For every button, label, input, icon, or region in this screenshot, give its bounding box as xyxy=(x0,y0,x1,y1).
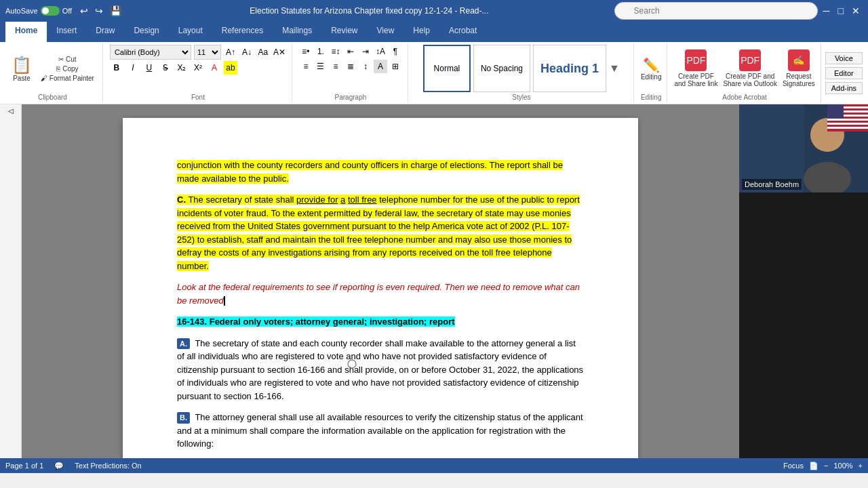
editor-tab-button[interactable]: Editor xyxy=(825,67,863,79)
font-name-select[interactable]: Calibri (Body) xyxy=(110,45,191,60)
voice-tab-button[interactable]: Voice xyxy=(825,52,863,64)
tab-mailings[interactable]: Mailings xyxy=(273,22,321,42)
tab-references[interactable]: References xyxy=(212,22,273,42)
strikethrough-button[interactable]: S̶ xyxy=(159,61,172,75)
tab-view[interactable]: View xyxy=(368,22,404,42)
editing-button[interactable]: ✏️ Editing xyxy=(641,57,662,81)
sidebar-toggle[interactable]: ◁ xyxy=(7,107,14,115)
clipboard-content: 📋 Paste ✂ Cut ⎘ Copy 🖌 Format Painter xyxy=(8,45,97,92)
right-panel-tabs: Voice Editor Add-ins xyxy=(823,43,865,102)
style-nospacing[interactable]: No Spacing xyxy=(473,45,530,92)
status-right: Focus 📄 − 100% + xyxy=(783,462,863,470)
tab-design[interactable]: Design xyxy=(124,22,168,42)
underline-button[interactable]: U xyxy=(142,61,156,75)
section-title-text: 16-143. Federal only voters; attorney ge… xyxy=(177,317,455,327)
right-sidebar: Deborah Boehm xyxy=(739,104,868,458)
styles-dropdown-arrow[interactable]: ▼ xyxy=(609,62,620,75)
para-c-text: C. The secretary of state shall provide … xyxy=(177,195,580,271)
font-color-button[interactable]: A xyxy=(208,61,221,75)
para-c: C. The secretary of state shall provide … xyxy=(177,193,584,272)
video-name: Deborah Boehm xyxy=(742,179,802,190)
text-predictions: Text Predictions: On xyxy=(75,462,141,470)
bold-button[interactable]: B xyxy=(110,61,123,75)
para-1-text: conjunction with the county recorders an… xyxy=(177,160,563,184)
increase-indent-button[interactable]: ⇥ xyxy=(359,45,372,58)
cut-button[interactable]: ✂ Cut xyxy=(38,55,97,64)
tab-home[interactable]: Home xyxy=(5,22,47,42)
autosave-toggle[interactable] xyxy=(41,6,60,16)
style-heading1[interactable]: Heading 1 xyxy=(533,45,606,92)
minimize-button[interactable]: ─ xyxy=(821,4,833,18)
para-section-title: 16-143. Federal only voters; attorney ge… xyxy=(177,315,584,329)
styles-group: Normal No Spacing Heading 1 ▼ Styles xyxy=(410,43,634,102)
styles-content: Normal No Spacing Heading 1 ▼ xyxy=(423,45,620,92)
maximize-button[interactable]: □ xyxy=(835,4,846,18)
para-red-text: Look at the federal requirements to see … xyxy=(177,282,580,306)
change-case-button[interactable]: Aa xyxy=(256,45,270,59)
request-signatures-button[interactable]: ✍ RequestSignatures xyxy=(783,49,815,87)
doc-area[interactable]: conjunction with the county recorders an… xyxy=(22,104,739,458)
font-row-1: Calibri (Body) 11 12 A↑ A↓ Aa A✕ xyxy=(110,45,286,60)
font-grow-button[interactable]: A↑ xyxy=(224,45,237,59)
align-center-button[interactable]: ☰ xyxy=(314,60,328,73)
italic-button[interactable]: I xyxy=(126,61,140,75)
bullets-button[interactable]: ≡• xyxy=(299,45,313,58)
font-group: Calibri (Body) 11 12 A↑ A↓ Aa A✕ B I U S… xyxy=(104,43,292,102)
font-label: Font xyxy=(191,92,205,101)
subscript-button[interactable]: X₂ xyxy=(175,61,189,75)
undo-button[interactable]: ↩ xyxy=(77,4,91,18)
editing-content: ✏️ Editing xyxy=(641,45,662,92)
tab-insert[interactable]: Insert xyxy=(47,22,86,42)
para-content: ≡• 1. ≡↕ ⇤ ⇥ ↕A ¶ ≡ ☰ ≡ ≣ ↕ A ⊞ xyxy=(299,45,402,92)
addins-tab-button[interactable]: Add-ins xyxy=(825,82,863,94)
clear-format-button[interactable]: A✕ xyxy=(273,45,286,59)
tab-draw[interactable]: Draw xyxy=(86,22,124,42)
zoom-out-button[interactable]: − xyxy=(824,462,828,470)
create-pdf-outlook-button[interactable]: PDF Create PDF andShare via Outlook xyxy=(723,49,777,87)
sort-button[interactable]: ↕A xyxy=(374,45,387,58)
font-shrink-button[interactable]: A↓ xyxy=(240,45,254,59)
format-painter-button[interactable]: 🖌 Format Painter xyxy=(38,74,97,83)
undo-redo-group: ↩ ↪ 💾 xyxy=(77,4,124,18)
copy-button[interactable]: ⎘ Copy xyxy=(38,64,97,73)
tab-help[interactable]: Help xyxy=(403,22,439,42)
show-marks-button[interactable]: ¶ xyxy=(389,45,402,58)
zoom-in-button[interactable]: + xyxy=(859,462,863,470)
tab-acrobat[interactable]: Acrobat xyxy=(439,22,486,42)
decrease-indent-button[interactable]: ⇤ xyxy=(344,45,357,58)
focus-button[interactable]: Focus xyxy=(783,462,804,470)
multilevel-list-button[interactable]: ≡↕ xyxy=(329,45,342,58)
title-bar-left: AutoSave Off ↩ ↪ 💾 xyxy=(5,4,124,18)
status-icon: 💬 xyxy=(54,462,64,470)
borders-button[interactable]: ⊞ xyxy=(389,60,402,73)
status-bar: Page 1 of 1 💬 Text Predictions: On Focus… xyxy=(0,458,868,473)
font-size-select[interactable]: 11 12 xyxy=(194,45,221,60)
acrobat-content: PDF Create PDFand Share link PDF Create … xyxy=(674,45,814,92)
superscript-button[interactable]: X² xyxy=(191,61,205,75)
page-info: Page 1 of 1 xyxy=(5,462,43,470)
svg-rect-6 xyxy=(827,123,868,125)
redo-button[interactable]: ↪ xyxy=(92,4,106,18)
main-layout: ◁ conjunction with the county recorders … xyxy=(0,104,868,458)
align-left-button[interactable]: ≡ xyxy=(299,60,313,73)
save-button[interactable]: 💾 xyxy=(107,4,124,18)
search-input[interactable] xyxy=(614,2,818,20)
create-pdf-outlook-label: Create PDF andShare via Outlook xyxy=(723,73,777,87)
numbering-button[interactable]: 1. xyxy=(314,45,328,58)
style-normal[interactable]: Normal xyxy=(423,45,471,92)
create-pdf-icon: PDF xyxy=(685,49,707,71)
highlight-button[interactable]: ab xyxy=(224,61,237,75)
clipboard-group: 📋 Paste ✂ Cut ⎘ Copy 🖌 Format Painter Cl… xyxy=(3,43,103,102)
line-spacing-button[interactable]: ↕ xyxy=(359,60,372,73)
view-mode-button[interactable]: 📄 xyxy=(809,462,818,470)
svg-rect-7 xyxy=(827,127,868,129)
tab-review[interactable]: Review xyxy=(321,22,367,42)
justify-button[interactable]: ≣ xyxy=(344,60,357,73)
shading-button[interactable]: A xyxy=(374,60,387,73)
tab-layout[interactable]: Layout xyxy=(169,22,212,42)
align-right-button[interactable]: ≡ xyxy=(329,60,342,73)
create-pdf-sharelink-button[interactable]: PDF Create PDFand Share link xyxy=(674,49,717,87)
ribbon-content: 📋 Paste ✂ Cut ⎘ Copy 🖌 Format Painter Cl… xyxy=(0,42,868,104)
close-button[interactable]: ✕ xyxy=(849,4,863,18)
paste-button[interactable]: 📋 Paste xyxy=(8,54,35,83)
